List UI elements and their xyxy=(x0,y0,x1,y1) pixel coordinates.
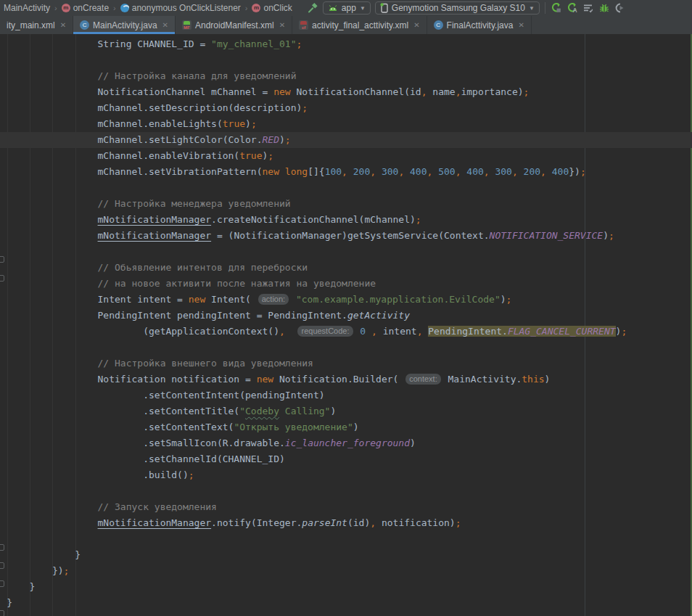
breadcrumb-label: onCreate xyxy=(73,3,109,13)
code-line: .setSmallIcon(R.drawable.ic_launcher_for… xyxy=(0,435,692,451)
code-line: Intent intent = new Intent( action: "com… xyxy=(0,292,692,308)
code-token: ; xyxy=(524,86,530,97)
code-token: , xyxy=(342,166,347,177)
tab-close-icon[interactable]: ✕ xyxy=(413,21,419,29)
code-line: .setChannelId(CHANNEL_ID) xyxy=(0,451,692,467)
code-token xyxy=(279,166,285,177)
code-line xyxy=(0,244,692,260)
code-token: getActivity xyxy=(347,310,410,321)
code-line xyxy=(0,52,692,68)
code-token: true xyxy=(223,118,245,129)
device-label: Genymotion Samsung Galaxy S10 xyxy=(392,3,525,13)
fold-marker-icon[interactable] xyxy=(0,610,4,616)
breadcrumb-item[interactable]: monClick xyxy=(250,3,294,13)
code-token: // Обьявление интентов для переброски xyxy=(0,262,308,273)
debug-icon[interactable] xyxy=(596,1,612,15)
code-token: ) xyxy=(545,374,551,385)
chevron-down-icon: ▼ xyxy=(529,5,535,12)
code-token: NotificationChannel(id xyxy=(291,86,421,97)
code-token: .setChannelId(CHANNEL_ID) xyxy=(0,453,285,464)
parameter-hint: requestCode: xyxy=(297,326,353,337)
code-token: .setContentText( xyxy=(0,422,234,432)
code-line xyxy=(0,340,692,356)
code-token xyxy=(0,517,98,528)
code-token: this xyxy=(522,374,544,385)
tab-activity-final-acttivity-xml[interactable]: cfactivity_final_acttivity.xml✕ xyxy=(292,16,427,34)
apply-code-changes-icon[interactable]: A xyxy=(564,1,580,15)
code-token: ) xyxy=(410,438,416,448)
code-line xyxy=(0,180,692,196)
breadcrumb-separator-icon: › xyxy=(54,4,58,12)
apply-changes-icon[interactable] xyxy=(548,1,564,15)
breadcrumb-separator-icon: › xyxy=(112,4,117,12)
code-editor[interactable]: String CHANNEL_ID = "my_channel_01"; // … xyxy=(0,34,692,616)
code-token: ; xyxy=(609,230,614,241)
code-token xyxy=(0,214,98,225)
code-line: // Настройка внешнего вида уведомления xyxy=(0,356,692,371)
tab-finalacttivity-java[interactable]: CFinalActtivity.java✕ xyxy=(427,16,532,34)
code-token: , xyxy=(279,326,285,337)
code-line: mChannel.enableLights(true); xyxy=(0,116,692,132)
code-token xyxy=(518,166,524,177)
fold-marker-icon[interactable] xyxy=(0,275,4,282)
code-token: .setContentTitle( xyxy=(0,406,239,416)
code-line: // Настройка канала для уведомлений xyxy=(0,68,692,84)
fold-marker-icon[interactable] xyxy=(0,580,4,587)
code-line: mNotificationManager.notify(Integer.pars… xyxy=(0,515,692,531)
breadcrumb-item[interactable]: anonymous OnClickListener xyxy=(118,3,243,13)
code-token: 200 xyxy=(353,166,370,177)
method-icon: m xyxy=(62,4,70,12)
code-token: ; xyxy=(251,118,257,129)
profiler-icon[interactable] xyxy=(580,1,596,15)
code-token: ; xyxy=(621,326,627,337)
tab-close-icon[interactable]: ✕ xyxy=(518,21,524,29)
code-line xyxy=(0,531,692,547)
breadcrumb-item[interactable]: MainActivity xyxy=(1,3,52,13)
code-token: , xyxy=(512,166,518,177)
code-token: // Запуск уведомления xyxy=(0,501,217,512)
java-class-icon: C xyxy=(80,20,89,30)
code-token: Intent( xyxy=(205,294,256,305)
attach-debugger-icon[interactable] xyxy=(612,1,628,15)
code-token: , xyxy=(456,166,461,177)
code-token: // на новое активити после нажатия на ув… xyxy=(0,278,376,289)
code-token: ; xyxy=(506,294,512,305)
code-token: name xyxy=(427,86,456,97)
tab-close-icon[interactable]: ✕ xyxy=(279,21,285,29)
build-hammer-icon[interactable] xyxy=(305,1,321,15)
run-configuration-select[interactable]: app ▼ xyxy=(323,1,371,15)
tab-androidmanifest-xml[interactable]: MFAndroidManifest.xml✕ xyxy=(176,16,292,34)
tab-close-icon[interactable]: ✕ xyxy=(162,21,168,29)
code-token: Calling" xyxy=(279,406,330,416)
breadcrumb-label: MainActivity xyxy=(4,3,50,13)
fold-marker-icon[interactable] xyxy=(0,544,4,551)
code-token: (getApplicationContext() xyxy=(0,326,279,337)
tab-label: ity_main.xml xyxy=(7,20,55,30)
tab-ity-main-xml[interactable]: ity_main.xml✕ xyxy=(0,16,73,34)
code-line: mChannel.enableVibration(true); xyxy=(0,148,692,164)
code-line: // Запуск уведомления xyxy=(0,499,692,515)
tab-close-icon[interactable]: ✕ xyxy=(60,21,66,29)
fold-marker-icon[interactable] xyxy=(0,562,4,569)
code-token: importance) xyxy=(461,86,523,97)
code-token: NOTIFICATION_SERVICE xyxy=(490,230,604,241)
code-token: ; xyxy=(296,38,302,49)
code-token: mNotificationManager xyxy=(98,230,212,241)
code-line: // Настройка менеджера уведомлений xyxy=(0,196,692,212)
parameter-hint: action: xyxy=(258,294,289,305)
code-token xyxy=(366,326,371,337)
code-token: 400 xyxy=(552,166,569,177)
code-line-current: mChannel.setLightColor(Color.RED); xyxy=(0,132,692,148)
code-token: true xyxy=(239,150,262,161)
breadcrumb-item[interactable]: monCreate xyxy=(59,3,111,13)
code-token: , xyxy=(370,166,376,177)
code-line: // Обьявление интентов для переброски xyxy=(0,260,692,276)
code-token: , xyxy=(371,326,377,337)
code-token: String CHANNEL_ID = xyxy=(0,38,211,49)
code-line xyxy=(0,483,692,499)
fold-marker-icon[interactable] xyxy=(0,256,4,263)
code-token: , xyxy=(540,166,546,177)
code-area: String CHANNEL_ID = "my_channel_01"; // … xyxy=(0,34,692,611)
device-select[interactable]: Genymotion Samsung Galaxy S10 ▼ xyxy=(375,1,540,15)
tab-mainactivity-java[interactable]: CMainActivity.java✕ xyxy=(73,16,176,34)
